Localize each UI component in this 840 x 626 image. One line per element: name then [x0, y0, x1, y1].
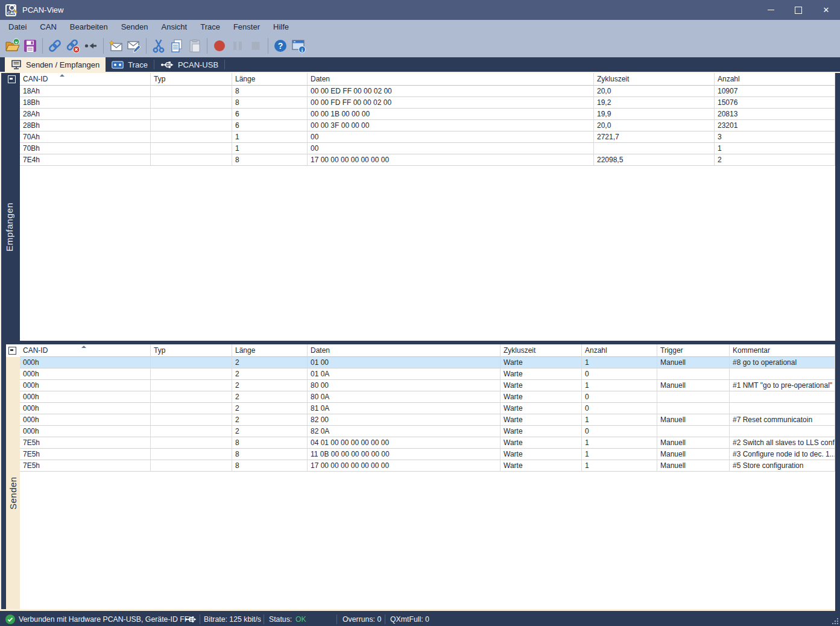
table-row[interactable]: 000h281 0AWarte0 [20, 403, 835, 414]
column-header[interactable]: Typ [151, 344, 232, 357]
column-header[interactable]: Anzahl [715, 73, 835, 86]
table-row[interactable]: 000h280 00Warte1Manuell#1 NMT "go to pre… [20, 380, 835, 391]
close-button[interactable]: ✕ [812, 0, 840, 20]
table-cell: Manuell [657, 437, 730, 449]
new-message-button[interactable] [108, 38, 124, 54]
receive-select-all[interactable] [8, 75, 16, 83]
column-header[interactable]: Daten [308, 344, 501, 357]
edit-message-icon [126, 38, 142, 54]
table-row[interactable]: 000h282 0AWarte0 [20, 426, 835, 437]
table-row[interactable]: 70Ah1002721,73 [20, 131, 835, 143]
table-row[interactable]: 000h282 00Warte1Manuell#7 Reset communic… [20, 414, 835, 426]
table-cell: 3 [715, 131, 835, 143]
save-button[interactable] [22, 38, 38, 54]
disconnect-button[interactable] [65, 38, 81, 54]
column-header[interactable]: Länge [232, 73, 308, 86]
status-label: Status: [269, 613, 292, 626]
copy-button[interactable] [169, 38, 185, 54]
select-all-checkbox-icon [8, 347, 16, 355]
page-border [0, 72, 1, 611]
table-cell: 15076 [715, 97, 835, 109]
table-row[interactable]: 7E4h817 00 00 00 00 00 00 0022098,52 [20, 154, 835, 166]
new-message-icon [108, 38, 124, 54]
help-icon: ? [273, 38, 288, 54]
stop-button[interactable] [248, 38, 264, 54]
trace-icon [112, 61, 124, 69]
column-header[interactable]: Zykluszeit [501, 344, 582, 357]
table-row[interactable]: 7E5h804 01 00 00 00 00 00 00Warte1Manuel… [20, 437, 835, 449]
table-cell: 0 [582, 426, 657, 437]
paste-button[interactable] [187, 38, 203, 54]
menu-item-hilfe[interactable]: Hilfe [267, 20, 295, 34]
record-button[interactable] [212, 38, 227, 54]
table-cell: 10907 [715, 86, 835, 97]
connect-button[interactable] [47, 38, 63, 54]
table-cell [151, 120, 232, 131]
minimize-icon [768, 10, 774, 10]
table-cell: 22098,5 [594, 154, 715, 166]
menu-item-ansicht[interactable]: Ansicht [155, 20, 194, 34]
usb-icon [160, 60, 174, 69]
connect-icon [47, 38, 63, 54]
column-header[interactable]: Anzahl [582, 344, 657, 357]
status-bar: Verbunden mit Hardware PCAN-USB, Geräte-… [0, 613, 840, 626]
window-info-button[interactable]: i [291, 38, 306, 54]
table-row[interactable]: 000h280 0AWarte0 [20, 391, 835, 403]
tab-trace[interactable]: Trace [106, 57, 154, 72]
detach-button[interactable] [83, 38, 99, 54]
table-row[interactable]: 7E5h811 0B 00 00 00 00 00 00Warte1Manuel… [20, 449, 835, 460]
minimize-button[interactable] [757, 0, 785, 20]
table-row[interactable]: 000h201 0AWarte0 [20, 368, 835, 380]
send-select-all[interactable] [6, 344, 20, 357]
menu-item-senden[interactable]: Senden [115, 20, 155, 34]
tab-label: PCAN-USB [178, 60, 218, 69]
overruns-status: Overruns: 0 [343, 613, 381, 626]
column-header[interactable]: Trigger [657, 344, 730, 357]
column-header[interactable]: Kommentar [730, 344, 835, 357]
column-header[interactable]: Länge [232, 344, 308, 357]
table-row[interactable]: 18Bh800 00 FD FF 00 00 02 0019,215076 [20, 97, 835, 109]
bitrate-status: Bitrate: 125 kbit/s [204, 613, 261, 626]
table-cell: #1 NMT "go to pre-operational" [730, 380, 835, 391]
window-info-icon: i [291, 38, 306, 54]
table-row[interactable]: 000h201 00Warte1Manuell#8 go to operatio… [20, 357, 835, 368]
table-row[interactable]: 28Bh600 00 3F 00 00 0020,023201 [20, 120, 835, 131]
resize-grip[interactable] [832, 618, 838, 624]
table-row[interactable]: 18Ah800 00 ED FF 00 00 02 0020,010907 [20, 86, 835, 97]
edit-message-button[interactable] [126, 38, 142, 54]
tab-pcan-usb[interactable]: PCAN-USB [154, 57, 224, 72]
column-header[interactable]: CAN-ID [20, 73, 151, 86]
cut-button[interactable] [151, 38, 166, 54]
table-cell: 82 0A [308, 426, 501, 437]
column-header[interactable]: Typ [151, 73, 232, 86]
table-row[interactable]: 70Bh1001 [20, 143, 835, 154]
menu-item-fenster[interactable]: Fenster [227, 20, 267, 34]
pause-button[interactable] [230, 38, 245, 54]
table-cell: 000h [20, 368, 151, 380]
menu-item-datei[interactable]: Datei [2, 20, 33, 34]
table-cell: 82 00 [308, 414, 501, 426]
table-cell: 000h [20, 426, 151, 437]
column-header[interactable]: Zykluszeit [594, 73, 715, 86]
tab-label: Senden / Empfangen [26, 60, 99, 69]
table-cell: 18Ah [20, 86, 151, 97]
menu-item-trace[interactable]: Trace [194, 20, 227, 34]
help-button[interactable]: ? [273, 38, 288, 54]
menu-item-bearbeiten[interactable]: Bearbeiten [63, 20, 115, 34]
column-header[interactable]: CAN-ID [20, 344, 151, 357]
table-cell: 2 [232, 368, 308, 380]
copy-icon [169, 38, 185, 54]
open-file-button[interactable] [4, 38, 20, 54]
table-cell: 20,0 [594, 120, 715, 131]
connection-status: Verbunden mit Hardware PCAN-USB, Geräte-… [19, 613, 193, 626]
send-table: CAN-IDTypLängeDatenZykluszeitAnzahlTrigg… [20, 344, 835, 609]
column-header[interactable]: Daten [308, 73, 594, 86]
table-row[interactable]: 28Ah600 00 1B 00 00 0019,920813 [20, 109, 835, 120]
toolbar-separator [103, 38, 104, 54]
menu-item-can[interactable]: CAN [33, 20, 63, 34]
maximize-button[interactable] [785, 0, 812, 20]
tab-senden-empfangen[interactable]: Senden / Empfangen [5, 57, 106, 72]
open-folder-icon [4, 38, 20, 54]
table-cell: Manuell [657, 414, 730, 426]
table-row[interactable]: 7E5h817 00 00 00 00 00 00 00Warte1Manuel… [20, 460, 835, 472]
